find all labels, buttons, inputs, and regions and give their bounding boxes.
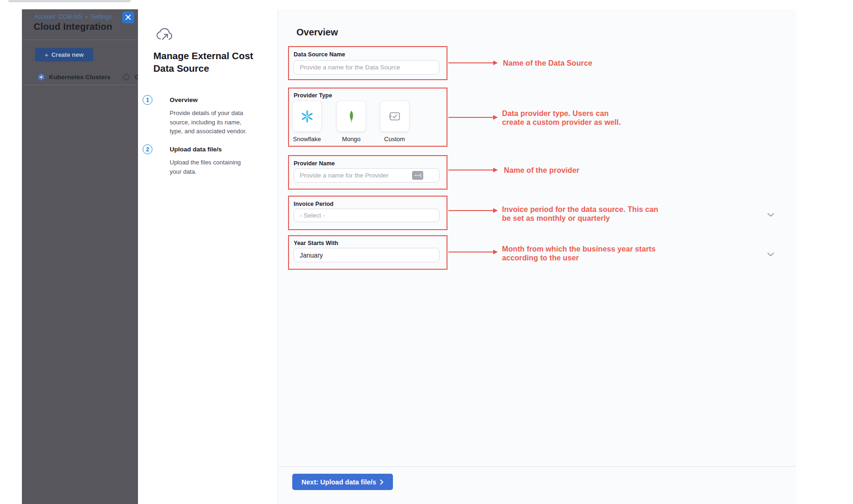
chevron-down-icon <box>767 252 774 257</box>
provider-name-label: Provider Name <box>294 160 335 167</box>
step-2-number: 2 <box>146 146 149 153</box>
provider-card-mongo[interactable] <box>337 101 366 132</box>
arrow-right-icon <box>493 168 498 172</box>
step-1-number: 1 <box>146 97 149 103</box>
next-button-label: Next: Upload data file/s <box>302 478 376 486</box>
annotation-text-2: Data provider type. Users can create a c… <box>502 109 621 127</box>
invoice-period-select[interactable]: - Select - <box>294 209 440 222</box>
year-starts-with-chevron[interactable] <box>767 250 774 259</box>
mongo-leaf-icon <box>345 110 358 123</box>
page-title: Cloud Integration <box>34 21 112 32</box>
drawer-close-button[interactable] <box>122 11 134 23</box>
annotation-text-3: Name of the provider <box>504 166 579 175</box>
annotation-arrow-4 <box>448 210 493 211</box>
provider-option-custom-label: Custom <box>380 136 409 143</box>
tab-kubernetes-clusters-label: Kubernetes Clusters <box>49 74 110 81</box>
annotation-arrow-5 <box>448 252 493 252</box>
drawer-panel <box>138 9 278 504</box>
year-starts-with-label: Year Starts With <box>294 240 338 246</box>
cloud-export-icon <box>155 27 173 44</box>
annotation-arrow-3 <box>448 170 493 170</box>
chevron-down-icon <box>767 213 774 217</box>
tab-cloud-clipped[interactable]: C <box>122 74 139 81</box>
step-1-description: Provide details of your data source, inc… <box>170 109 253 136</box>
window-top-strip <box>8 0 131 2</box>
arrow-right-icon <box>493 208 498 213</box>
provider-option-mongo-label: Mongo <box>337 136 366 143</box>
year-starts-with-value: January <box>300 252 323 259</box>
data-source-name-input[interactable] <box>294 60 440 75</box>
create-new-button[interactable]: + Create new <box>35 48 93 61</box>
breadcrumb-separator-icon: › <box>86 14 88 20</box>
ellipsis-icon <box>414 173 421 178</box>
invoice-period-label: Invoice Period <box>294 201 333 207</box>
cloud-icon <box>122 74 131 81</box>
step-1-title: Overview <box>170 96 198 103</box>
section-heading: Overview <box>296 27 338 38</box>
provider-card-custom[interactable] <box>380 101 409 132</box>
breadcrumb-settings-link[interactable]: Settings <box>91 14 112 20</box>
chevron-right-icon <box>380 479 384 485</box>
snowflake-icon <box>300 109 314 123</box>
breadcrumb: Account: CCM-NG › Settings <box>34 14 112 20</box>
drawer-title: Manage External Cost Data Source <box>153 49 266 75</box>
breadcrumb-account-link[interactable]: Account: CCM-NG <box>34 14 83 20</box>
annotation-text-5: Month from which the business year start… <box>502 245 656 262</box>
step-2-badge: 2 <box>143 144 152 154</box>
dimmed-background-panel <box>22 9 138 504</box>
annotation-text-4: Invoice period for the data source. This… <box>502 205 658 223</box>
tabs-divider <box>22 85 138 85</box>
invoice-period-chevron[interactable] <box>767 211 774 219</box>
create-new-button-label: Create new <box>51 51 83 58</box>
plus-icon: + <box>44 51 48 58</box>
next-upload-data-files-button[interactable]: Next: Upload data file/s <box>292 474 393 490</box>
step-1-badge: 1 <box>143 95 152 105</box>
annotation-text-1: Name of the Data Source <box>503 59 592 68</box>
input-type-selector-button[interactable] <box>412 171 423 180</box>
provider-type-label: Provider Type <box>294 92 332 99</box>
arrow-right-icon <box>493 115 498 120</box>
annotation-arrow-2 <box>448 117 493 118</box>
custom-provider-icon <box>389 111 401 122</box>
arrow-right-icon <box>493 250 498 254</box>
header-divider <box>22 40 138 40</box>
footer-divider <box>278 466 796 467</box>
close-icon <box>125 14 131 20</box>
invoice-period-value: - Select - <box>300 212 325 219</box>
step-2-description: Upload the files containing your data. <box>170 158 253 176</box>
data-source-name-label: Data Source Name <box>294 51 345 58</box>
provider-option-snowflake-label: Snowflake <box>292 136 322 143</box>
year-starts-with-select[interactable]: January <box>294 248 440 262</box>
arrow-right-icon <box>493 61 498 65</box>
annotation-arrow-1 <box>448 62 493 63</box>
kubernetes-icon <box>37 73 45 81</box>
step-2-title: Upload data file/s <box>170 146 222 153</box>
provider-card-snowflake[interactable] <box>292 101 322 132</box>
tab-kubernetes-clusters[interactable]: Kubernetes Clusters <box>37 73 110 81</box>
